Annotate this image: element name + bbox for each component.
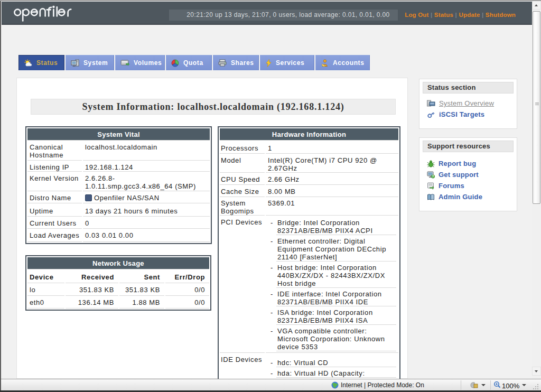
svg-text:?: ? (432, 174, 434, 178)
